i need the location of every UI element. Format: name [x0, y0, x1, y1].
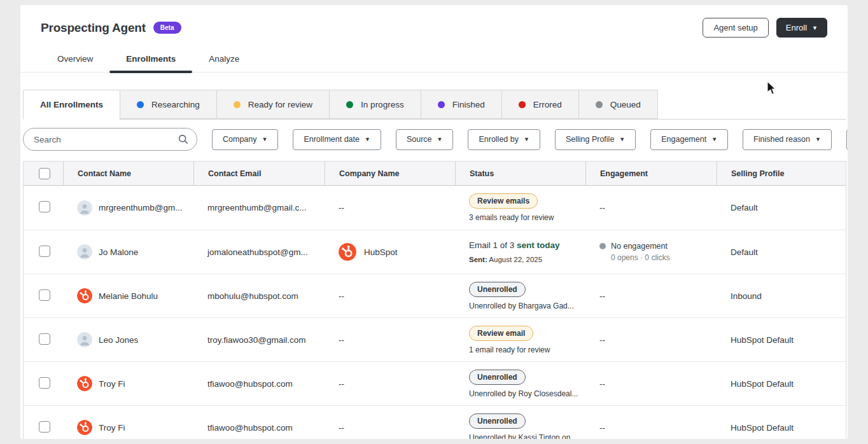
status-tab-researching[interactable]: Researching — [120, 90, 216, 119]
enroll-button[interactable]: Enroll ▼ — [776, 18, 827, 38]
empty-value: -- — [339, 203, 344, 212]
search-icon — [178, 134, 189, 145]
status-tab-queued[interactable]: Queued — [578, 90, 658, 119]
status-tab-label: Ready for review — [248, 100, 312, 109]
prospecting-agent-panel: Prospecting Agent Beta Agent setup Enrol… — [20, 5, 848, 439]
status-subtext: 1 email ready for review — [469, 345, 550, 354]
selling-profile-cell: Inbound — [717, 291, 846, 301]
table-row[interactable]: Melanie Bohulu mbohulu@hubspot.com -- Un… — [24, 274, 846, 317]
contact-email-cell: troy.fiawoo30@gmail.com — [193, 335, 325, 345]
status-subtext: Unenrolled by Roy Closesdeal... — [469, 389, 578, 398]
tab-overview[interactable]: Overview — [41, 47, 109, 72]
engagement-cell: No engagement 0 opens · 0 clicks — [585, 242, 717, 262]
status-tab-label: Finished — [452, 100, 485, 109]
hubspot-sprocket-icon — [339, 243, 356, 261]
engagement-dot-icon — [599, 243, 606, 249]
filter-selling-profile-dropdown[interactable]: Selling Profile ▼ — [555, 129, 636, 150]
table-header-row: Contact NameContact EmailCompany NameSta… — [24, 162, 846, 186]
filter-label: Finished reason — [753, 135, 810, 144]
filter-error-type-dropdown[interactable]: Error type ▼ — [846, 129, 848, 150]
filter-label: Enrollment date — [304, 135, 360, 144]
empty-value: -- — [599, 203, 717, 212]
filter-engagement-dropdown[interactable]: Engagement ▼ — [650, 129, 728, 150]
enrollments-table: Contact NameContact EmailCompany NameSta… — [23, 161, 846, 439]
contact-name-link[interactable]: Jo Malone — [99, 247, 138, 257]
empty-value: -- — [339, 335, 344, 345]
status-badge: Unenrolled — [469, 282, 526, 297]
search-input[interactable] — [23, 128, 197, 151]
status-tab-label: Queued — [610, 100, 641, 109]
row-checkbox[interactable] — [39, 289, 50, 301]
caret-down-icon: ▼ — [619, 136, 625, 142]
empty-value: -- — [339, 291, 344, 301]
status-subtext: Unenrolled by Bhargava Gad... — [469, 302, 574, 310]
contact-name-link[interactable]: Troy Fi — [99, 379, 125, 389]
status-subtext: Unenrolled by Kassi Tipton on... — [469, 433, 577, 440]
status-dot-icon — [346, 101, 353, 108]
row-checkbox[interactable] — [39, 333, 50, 345]
status-cell: Email 1 of 3 sent today Sent: August 22,… — [455, 240, 585, 263]
filter-source-dropdown[interactable]: Source ▼ — [396, 129, 454, 150]
status-dot-icon — [438, 101, 445, 108]
empty-value: -- — [599, 379, 717, 389]
contact-email-cell: tfiawoo@hubspot.com — [193, 379, 325, 389]
page-title: Prospecting Agent — [41, 21, 146, 35]
contact-name-link[interactable]: Leo Jones — [99, 335, 138, 345]
status-tab-label: Errored — [533, 100, 562, 109]
column-header-selling-profile: Selling Profile — [717, 162, 846, 186]
status-cell: Review emails 3 emails ready for review — [455, 193, 585, 222]
beta-badge: Beta — [153, 22, 181, 34]
row-checkbox[interactable] — [39, 377, 50, 389]
company-cell: -- — [325, 291, 455, 301]
contact-avatar — [77, 332, 92, 347]
row-checkbox[interactable] — [39, 201, 50, 212]
table-row[interactable]: mrgreenthumb@gm... mrgreenthumb@gmail.c.… — [24, 186, 846, 230]
filter-company-dropdown[interactable]: Company ▼ — [212, 129, 278, 150]
row-checkbox[interactable] — [39, 421, 50, 433]
engagement-cell: -- — [585, 423, 717, 433]
agent-setup-button[interactable]: Agent setup — [703, 18, 768, 38]
status-cell: Review email 1 email ready for review — [455, 326, 585, 354]
filter-label: Enrolled by — [479, 135, 519, 144]
empty-value: -- — [339, 379, 344, 389]
contact-avatar — [77, 288, 92, 303]
filter-label: Source — [407, 135, 432, 144]
contact-name-link[interactable]: mrgreenthumb@gm... — [99, 203, 183, 212]
status-tab-in-progress[interactable]: In progress — [329, 90, 421, 119]
tab-enrollments[interactable]: Enrollments — [109, 47, 192, 72]
caret-down-icon: ▼ — [711, 136, 717, 142]
status-dot-icon — [519, 101, 526, 108]
table-row[interactable]: Jo Malone jomaloneathubspot@gm... HubSpo… — [24, 230, 846, 274]
status-tab-finished[interactable]: Finished — [421, 90, 501, 119]
filter-label: Engagement — [661, 135, 706, 144]
main-nav-tabs: OverviewEnrollmentsAnalyze — [20, 47, 848, 73]
selling-profile-cell: HubSpot Default — [717, 423, 846, 433]
row-checkbox[interactable] — [39, 246, 50, 257]
status-progress: Email 1 of 3 sent today — [469, 240, 560, 250]
table-row[interactable]: Troy Fi tfiawoo@hubspot.com -- Unenrolle… — [24, 361, 846, 405]
filter-finished-reason-dropdown[interactable]: Finished reason ▼ — [743, 129, 832, 150]
caret-down-icon: ▼ — [815, 136, 821, 142]
company-name[interactable]: HubSpot — [364, 247, 398, 257]
status-dot-icon — [234, 101, 241, 108]
select-all-checkbox[interactable] — [39, 168, 50, 179]
column-header-status: Status — [455, 162, 585, 186]
status-filter-tabs: All EnrollmentsResearchingReady for revi… — [23, 90, 846, 120]
status-dot-icon — [596, 101, 603, 108]
table-row[interactable]: Troy Fi tfiawoo@hubspot.com -- Unenrolle… — [24, 405, 846, 439]
caret-down-icon: ▼ — [262, 136, 268, 142]
contact-name-link[interactable]: Melanie Bohulu — [99, 291, 158, 301]
contact-name-link[interactable]: Troy Fi — [99, 423, 125, 433]
contact-avatar — [77, 420, 92, 435]
company-logo — [339, 243, 356, 261]
tab-analyze[interactable]: Analyze — [192, 47, 256, 72]
filter-enrollment-date-dropdown[interactable]: Enrollment date ▼ — [293, 129, 381, 150]
table-row[interactable]: Leo Jones troy.fiawoo30@gmail.com -- Rev… — [24, 317, 846, 361]
status-tab-ready-for-review[interactable]: Ready for review — [216, 90, 329, 119]
status-tab-all-enrollments[interactable]: All Enrollments — [23, 90, 120, 120]
person-icon — [77, 332, 92, 347]
filter-enrolled-by-dropdown[interactable]: Enrolled by ▼ — [468, 129, 540, 150]
contact-email-cell: mbohulu@hubspot.com — [193, 291, 325, 301]
engagement-cell: -- — [585, 335, 717, 345]
status-tab-errored[interactable]: Errored — [501, 90, 578, 119]
